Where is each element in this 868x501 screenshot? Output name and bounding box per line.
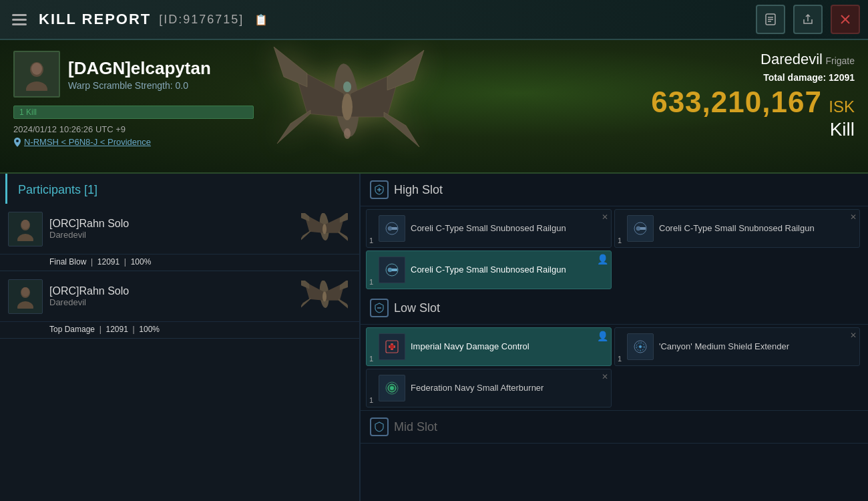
participant-card[interactable]: [ORC]Rahn Solo Daredevil — [0, 204, 359, 255]
item-name-engine: Federation Navy Small Afterburner — [411, 383, 606, 394]
shield-extender-icon — [633, 339, 648, 354]
header: KILL REPORT [ID:9176715] 📋 — [0, 0, 868, 40]
high-slot-icon — [370, 180, 389, 199]
participant-ship-icon-2 — [298, 278, 351, 315]
participant-stats-1: Final Blow | 12091 | 100% — [0, 255, 359, 271]
ship-name: Daredevil — [761, 51, 823, 67]
svg-point-39 — [390, 345, 394, 349]
main-content: Participants [1] [ORC]Rahn Solo Daredevi… — [0, 174, 868, 501]
participants-header: Participants [1] — [5, 174, 359, 204]
low-slot-header: Low Slot — [361, 292, 868, 325]
item-name-shield: 'Canyon' Medium Shield Extender — [659, 341, 854, 353]
ship-type-label: Frigate — [825, 55, 855, 66]
share-icon — [801, 13, 815, 26]
item-icon-railgun — [379, 215, 405, 242]
svg-point-12 — [343, 81, 351, 92]
remove-icon-shield[interactable]: ✕ — [850, 331, 857, 340]
railgun-icon-2 — [633, 221, 648, 236]
hero-section: [DAGN]elcapytan Warp Scramble Strength: … — [0, 40, 868, 174]
location-icon — [13, 138, 21, 147]
item-icon-shield — [627, 333, 654, 360]
close-button[interactable] — [831, 5, 860, 34]
railgun-icon — [385, 221, 399, 236]
ship-mini-1 — [301, 213, 348, 245]
kill-location[interactable]: N-RMSH < P6N8-J < Providence — [13, 137, 254, 147]
avatar — [13, 51, 60, 98]
report-button[interactable] — [756, 5, 785, 34]
kill-result: Kill — [651, 119, 855, 140]
item-icon-railgun-3 — [379, 257, 405, 283]
mid-slot-label: Mid Slot — [394, 420, 437, 434]
hero-left: [DAGN]elcapytan Warp Scramble Strength: … — [0, 40, 267, 172]
list-item[interactable]: 1 Federation Navy Small Afterburner ✕ — [366, 369, 612, 407]
participant-2-wrapper: [ORC]Rahn Solo Daredevil — [0, 271, 359, 339]
svg-point-8 — [31, 63, 42, 75]
kills-badge: 1 Kill — [13, 106, 254, 119]
damage-control-icon — [385, 339, 399, 354]
share-button[interactable] — [793, 5, 823, 34]
page-title: KILL REPORT — [39, 11, 151, 28]
svg-point-16 — [21, 220, 29, 229]
railgun-icon-3 — [385, 263, 399, 277]
list-item[interactable]: 1 'Canyon' Medium Shield Extender ✕ — [614, 327, 860, 366]
shield-gun-icon — [374, 184, 385, 195]
list-item[interactable]: 1 Coreli C-Type Small Snubnosed Railgun … — [366, 209, 612, 248]
list-item[interactable]: 1 Coreli C-Type Small Snubnosed Railgun … — [614, 209, 860, 248]
list-item[interactable]: 1 Coreli C-Type Small Snubnosed Railgun … — [366, 251, 612, 289]
participant-1-wrapper: [ORC]Rahn Solo Daredevil — [0, 204, 359, 271]
participant-ship: Daredevil — [49, 230, 291, 240]
participant-name-2: [ORC]Rahn Solo — [49, 285, 291, 297]
low-slot-section: Low Slot 1 Imperial Navy Damage Control — [361, 292, 868, 410]
participant-ship-2: Daredevil — [49, 297, 291, 307]
svg-point-28 — [388, 226, 392, 230]
item-name-damage: Imperial Navy Damage Control — [411, 341, 606, 353]
mid-icon — [374, 422, 385, 432]
person-icon-low: 👤 — [597, 331, 608, 341]
item-icon-railgun-2 — [627, 215, 654, 242]
svg-point-18 — [322, 224, 327, 234]
menu-icon[interactable] — [8, 10, 31, 29]
remove-icon-engine[interactable]: ✕ — [602, 372, 608, 381]
total-damage-row: Total damage: 12091 — [651, 72, 855, 83]
mid-slot-hint: Mid Slot — [361, 410, 868, 444]
avatar-image — [23, 57, 50, 91]
item-name: Coreli C-Type Small Snubnosed Railgun — [411, 223, 606, 234]
participant-ship-icon — [298, 210, 351, 247]
participant-avatar-2 — [8, 279, 43, 314]
low-slot-icon — [370, 299, 389, 317]
svg-point-20 — [17, 301, 33, 309]
participant-info-2: [ORC]Rahn Solo Daredevil — [49, 285, 291, 307]
svg-point-11 — [342, 94, 353, 120]
isk-value: 633,210,167 — [651, 86, 822, 118]
item-icon-engine — [379, 375, 405, 401]
item-name-3: Coreli C-Type Small Snubnosed Railgun — [411, 265, 606, 276]
ship-mini-2 — [301, 281, 348, 313]
hero-name-row: [DAGN]elcapytan Warp Scramble Strength: … — [13, 51, 254, 98]
low-slot-items: 1 Imperial Navy Damage Control 👤 1 — [361, 325, 868, 410]
player-name: [DAGN]elcapytan — [68, 58, 211, 79]
person-icon: 👤 — [597, 254, 608, 265]
remove-icon-2[interactable]: ✕ — [850, 212, 857, 222]
participant-info: [ORC]Rahn Solo Daredevil — [49, 218, 291, 240]
left-panel: Participants [1] [ORC]Rahn Solo Daredevi… — [0, 174, 361, 501]
item-icon-damage — [379, 333, 405, 360]
high-slot-header: High Slot — [361, 174, 868, 206]
copy-icon[interactable]: 📋 — [254, 13, 268, 26]
ship-image — [254, 47, 441, 167]
participant-avatar — [8, 212, 43, 246]
list-item[interactable]: 1 Imperial Navy Damage Control 👤 — [366, 327, 612, 366]
participant-card[interactable]: [ORC]Rahn Solo Daredevil — [0, 271, 359, 322]
high-slot-label: High Slot — [394, 183, 443, 197]
svg-point-7 — [26, 81, 47, 91]
svg-point-47 — [390, 386, 394, 390]
warp-scramble: Warp Scramble Strength: 0.0 — [68, 80, 211, 91]
afterburner-icon — [385, 381, 399, 395]
participant-avatar-img-2 — [15, 285, 35, 309]
isk-label: ISK — [829, 98, 855, 116]
high-slot-section: High Slot 1 Coreli C-Type Small Snubnose… — [361, 174, 868, 292]
participant-name: [ORC]Rahn Solo — [49, 218, 291, 230]
remove-icon[interactable]: ✕ — [602, 212, 608, 222]
item-name-2: Coreli C-Type Small Snubnosed Railgun — [659, 223, 854, 234]
svg-point-23 — [322, 291, 327, 301]
svg-point-15 — [17, 234, 33, 241]
